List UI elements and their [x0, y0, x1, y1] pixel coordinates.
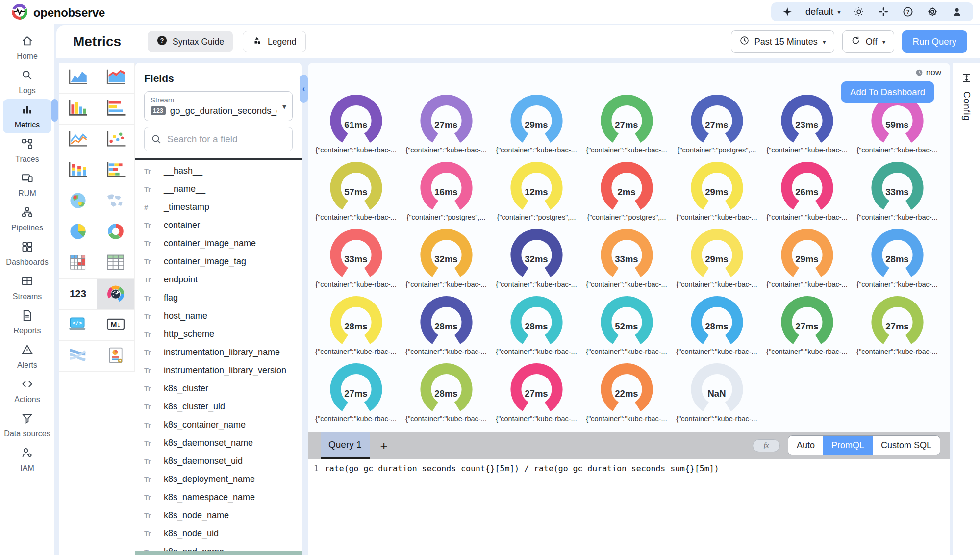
field-item-k8s_deployment_name[interactable]: Trk8s_deployment_name [144, 470, 293, 488]
fields-collapse-handle[interactable]: ‹ [300, 75, 308, 103]
field-item-flag[interactable]: Trflag [144, 289, 293, 307]
field-type-icon: Tr [144, 457, 157, 465]
sidebar-item-pipelines[interactable]: Pipelines [0, 202, 54, 236]
field-item-container[interactable]: Trcontainer [144, 216, 293, 234]
run-query-button[interactable]: Run Query [902, 30, 967, 53]
sidebar-item-home[interactable]: Home [0, 30, 54, 65]
chart-type-geomap[interactable] [59, 186, 97, 217]
theme-light-icon[interactable] [853, 5, 865, 18]
chart-type-h-stacked-bar[interactable] [97, 155, 135, 186]
field-item-instrumentation_library_version[interactable]: Trinstrumentation_library_version [144, 361, 293, 379]
fields-horizontal-scrollbar[interactable] [135, 551, 302, 555]
time-range-select[interactable]: Past 15 Minutes ▾ [731, 30, 834, 53]
chart-type-heatmap[interactable] [59, 248, 97, 279]
config-panel-tab[interactable]: Config [953, 63, 980, 555]
sidebar-item-label: Alerts [17, 361, 37, 370]
field-type-icon: Tr [144, 222, 157, 229]
fx-toggle[interactable]: fx [753, 439, 780, 452]
query-mode-custom-sql[interactable]: Custom SQL [873, 436, 940, 455]
sidebar-item-iam[interactable]: IAM [0, 442, 54, 477]
sidebar-item-rum[interactable]: RUM [0, 168, 54, 202]
gauge-value: 12ms [505, 187, 568, 198]
chart-type-scatter[interactable] [97, 125, 135, 155]
chart-type-sankey[interactable] [59, 341, 97, 372]
field-item-k8s_daemonset_name[interactable]: Trk8s_daemonset_name [144, 434, 293, 452]
chart-type-line[interactable] [59, 125, 97, 155]
field-name: k8s_namespace_name [164, 492, 255, 503]
sidebar-collapse-handle[interactable] [51, 99, 58, 122]
field-item-k8s_node_uid[interactable]: Trk8s_node_uid [144, 525, 293, 543]
chart-type-metric-text[interactable]: 123 [59, 279, 97, 310]
sidebar-item-traces[interactable]: Traces [0, 133, 54, 168]
add-query-tab-button[interactable]: + [380, 439, 388, 452]
field-search-box [144, 127, 293, 151]
org-selector[interactable]: default ▾ [805, 6, 841, 17]
help-icon[interactable]: ? [902, 5, 914, 18]
chart-type-bar[interactable] [59, 94, 97, 125]
svg-text:M↓: M↓ [111, 320, 121, 328]
gauge-value: 28ms [686, 321, 748, 332]
legend-button[interactable]: Legend [243, 31, 305, 52]
field-item-k8s_node_name[interactable]: Trk8s_node_name [144, 506, 293, 525]
gauge-panel-21: 28ms{"container":"kube-rbac-... [852, 227, 942, 294]
chart-type-donut[interactable] [97, 217, 135, 248]
query-mode-promql[interactable]: PromQL [823, 436, 873, 455]
add-to-dashboard-button[interactable]: Add To Dashboard [841, 81, 934, 103]
sparkle-icon[interactable] [781, 5, 794, 18]
field-item-k8s_container_name[interactable]: Trk8s_container_name [144, 416, 293, 434]
gauge-panel-14: 33ms{"container":"kube-rbac-... [852, 159, 942, 227]
page-title: Metrics [73, 34, 121, 50]
field-item-k8s_daemonset_uid[interactable]: Trk8s_daemonset_uid [144, 452, 293, 470]
chart-type-markdown[interactable]: M↓ [97, 310, 135, 341]
gauge-panel-9: 16ms{"container":"postgres",... [401, 159, 491, 227]
gauge-panel-25: 52ms{"container":"kube-rbac-... [581, 294, 672, 361]
field-item-k8s_namespace_name[interactable]: Trk8s_namespace_name [144, 488, 293, 506]
sidebar-item-logs[interactable]: Logs [0, 65, 54, 99]
query-code-editor[interactable]: 1 rate(go_gc_duration_seconds_count{}[5m… [308, 459, 950, 478]
chart-type-pie[interactable] [59, 217, 97, 248]
chart-type-area[interactable] [59, 63, 97, 94]
sidebar-item-reports[interactable]: Reports [0, 305, 54, 339]
sidebar-item-dashboards[interactable]: Dashboards [0, 236, 54, 271]
sidebar-item-actions[interactable]: Actions [0, 374, 54, 408]
query-mode-auto[interactable]: Auto [788, 436, 823, 455]
svg-text:?: ? [906, 9, 910, 15]
chart-type-area-stacked[interactable] [97, 63, 135, 94]
syntax-guide-button[interactable]: ? Syntax Guide [148, 31, 233, 52]
field-type-icon: Tr [144, 403, 157, 411]
field-item-__hash__[interactable]: Tr__hash__ [144, 162, 293, 180]
chart-type-stacked-bar[interactable] [59, 155, 97, 186]
gauge-panel-11: 2ms{"container":"postgres",... [581, 159, 672, 227]
chart-type-table[interactable] [97, 248, 135, 279]
field-item-http_scheme[interactable]: Trhttp_scheme [144, 325, 293, 343]
chart-type-html[interactable]: </> [59, 310, 97, 341]
gauge-value: 22ms [596, 388, 658, 399]
settings-gear-icon[interactable] [926, 5, 939, 18]
field-item-__name__[interactable]: Tr__name__ [144, 180, 293, 198]
query-tab-1[interactable]: Query 1 [321, 432, 370, 459]
chart-type-maps[interactable] [97, 186, 135, 217]
sidebar-item-streams[interactable]: Streams [0, 271, 54, 305]
sidebar-item-alerts[interactable]: Alerts [0, 339, 54, 374]
field-item-k8s_cluster_uid[interactable]: Trk8s_cluster_uid [144, 398, 293, 416]
gauge-panel-6: 23ms{"container":"kube-rbac-... [762, 92, 852, 159]
field-item-k8s_cluster[interactable]: Trk8s_cluster [144, 379, 293, 398]
field-item-container_image_tag[interactable]: Trcontainer_image_tag [144, 252, 293, 271]
auto-refresh-select[interactable]: Off ▾ [842, 30, 894, 53]
account-icon[interactable] [951, 5, 963, 18]
sidebar-item-metrics[interactable]: Metrics [3, 99, 51, 133]
field-item-instrumentation_library_name[interactable]: Trinstrumentation_library_name [144, 343, 293, 361]
chart-type-custom-chart[interactable] [97, 341, 135, 372]
apps-icon[interactable] [877, 5, 890, 18]
chart-type-horizontal-bar[interactable] [97, 94, 135, 125]
field-search-input[interactable] [167, 134, 286, 145]
field-item-container_image_name[interactable]: Trcontainer_image_name [144, 234, 293, 252]
field-item-endpoint[interactable]: Trendpoint [144, 271, 293, 289]
field-item-_timestamp[interactable]: #_timestamp [144, 198, 293, 216]
stream-select[interactable]: Stream 123 go_gc_duration_seconds_count … [144, 91, 293, 121]
field-type-icon: Tr [144, 312, 157, 320]
chart-type-gauge[interactable] [97, 279, 135, 310]
field-item-host_name[interactable]: Trhost_name [144, 307, 293, 325]
sidebar-item-data-sources[interactable]: Data sources [0, 408, 54, 442]
gauge-value: 27ms [776, 321, 838, 332]
